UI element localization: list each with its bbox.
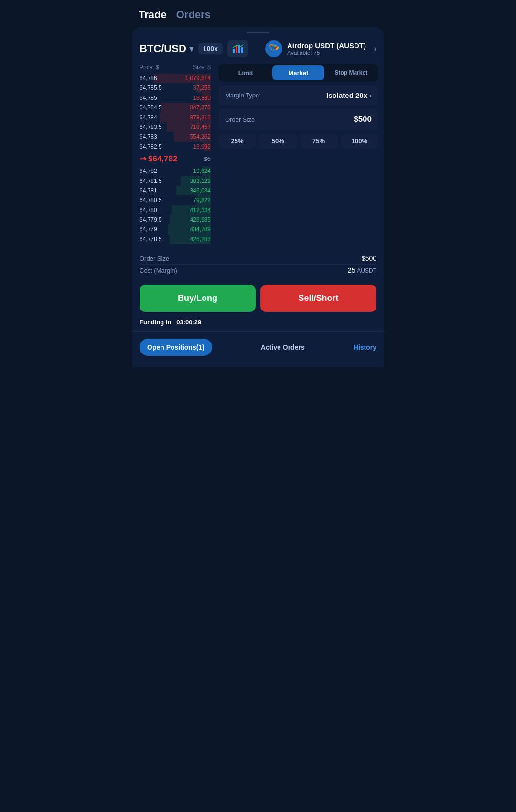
bid-row[interactable]: 64,779.5429,985 [140,215,211,224]
airdrop-arrow-icon: › [374,44,376,54]
buy-long-button[interactable]: Buy/Long [140,285,256,312]
ask-row[interactable]: 64,784.5847,373 [140,103,211,112]
bid-row[interactable]: 64,780.579,822 [140,195,211,205]
mid-price-row: ↙ $64,782 $6 [140,151,211,166]
airdrop-info: Airdrop USDT (AUSDT) Available: 75 [287,42,366,56]
airdrop-icon: 🪂 [265,40,282,57]
ob-size-col: Size, $ [193,64,211,71]
tab-stop-market[interactable]: Stop Market [325,65,377,80]
ask-row[interactable]: 64,783.5718,457 [140,122,211,132]
summary-order-size-row: Order Size $500 [140,253,376,265]
bid-row[interactable]: 64,781.5303,122 [140,176,211,186]
pair-chevron-icon: ▾ [189,43,194,54]
tab-trade[interactable]: Trade [139,9,167,21]
chart-icon-button[interactable] [227,40,248,57]
margin-type-value: Isolated 20x › [326,91,372,99]
pair-row: BTC/USD ▾ 100x 🪂 Airdrop USDT (AUSDT) Av… [132,40,384,64]
funding-timer: 03:00:29 [176,319,201,326]
ask-row[interactable]: 64,785.537,253 [140,83,211,93]
order-size-value: $500 [354,115,372,124]
mid-price-arrow-icon: ↙ [137,153,149,165]
drag-handle [132,27,384,40]
svg-rect-0 [233,49,235,53]
mid-price: ↙ $64,782 [140,154,177,164]
ask-row[interactable]: 64,7861,079,614 [140,74,211,83]
bid-row[interactable]: 64,781346,034 [140,186,211,195]
pct-100-button[interactable]: 100% [341,134,378,149]
order-type-tabs: Limit Market Stop Market [218,64,378,82]
action-buttons: Buy/Long Sell/Short [132,279,384,316]
funding-info: Funding in 03:00:29 [132,316,384,332]
margin-chevron-icon: › [369,91,372,99]
svg-rect-3 [241,47,243,53]
bottom-tabs: Open Positions(1) Active Orders History [132,332,384,363]
ask-row[interactable]: 64,782.513,992 [140,142,211,151]
bids-container: 64,78219,62464,781.5303,12264,781346,034… [140,166,211,244]
margin-type-label: Margin Type [225,92,259,99]
pct-25-button[interactable]: 25% [218,134,256,149]
ask-row[interactable]: 64,78518,830 [140,93,211,103]
mid-price-value: $64,782 [148,154,177,164]
tab-market[interactable]: Market [272,65,324,80]
mid-usd-value: $6 [204,155,211,162]
ob-price-col: Price, $ [140,64,159,71]
summary-order-size-value: $500 [362,255,376,262]
order-size-input[interactable]: Order Size $500 [218,109,378,130]
bid-row[interactable]: 64,779434,789 [140,224,211,234]
summary-order-size-label: Order Size [140,255,169,262]
content-row: Price, $ Size, $ 64,7861,079,61464,785.5… [132,64,384,249]
airdrop-section[interactable]: 🪂 Airdrop USDT (AUSDT) Available: 75 › [265,40,376,57]
pair-name-text: BTC/USD [140,43,186,55]
tab-active-orders[interactable]: Active Orders [219,343,347,351]
ask-row[interactable]: 64,784878,312 [140,113,211,122]
airdrop-title: Airdrop USDT (AUSDT) [287,42,366,50]
percent-buttons: 25% 50% 75% 100% [218,134,378,149]
main-card: BTC/USD ▾ 100x 🪂 Airdrop USDT (AUSDT) Av… [132,27,384,367]
airdrop-available: Available: 75 [287,50,366,56]
pct-75-button[interactable]: 75% [300,134,338,149]
pct-50-button[interactable]: 50% [259,134,297,149]
summary-cost-value: 25 AUSDT [348,267,376,274]
asks-container: 64,7861,079,61464,785.537,25364,78518,83… [140,74,211,151]
margin-type-selector[interactable]: Margin Type Isolated 20x › [218,85,378,105]
bid-row[interactable]: 64,780412,334 [140,205,211,215]
bid-row[interactable]: 64,778.5426,287 [140,235,211,244]
tab-limit[interactable]: Limit [220,65,271,80]
order-book: Price, $ Size, $ 64,7861,079,61464,785.5… [132,64,215,244]
tab-orders[interactable]: Orders [176,9,211,21]
summary-cost-label: Cost (Margin) [140,267,177,274]
tab-open-positions[interactable]: Open Positions(1) [140,339,212,356]
sell-short-button[interactable]: Sell/Short [260,285,376,312]
ask-row[interactable]: 64,783554,262 [140,132,211,141]
header: Trade Orders [129,0,387,27]
tab-history[interactable]: History [354,343,376,351]
svg-rect-1 [236,46,237,53]
order-summary: Order Size $500 Cost (Margin) 25 AUSDT [132,249,384,279]
summary-cost-row: Cost (Margin) 25 AUSDT [140,265,376,276]
chart-icon [232,44,244,53]
order-size-label: Order Size [225,116,255,123]
ob-header: Price, $ Size, $ [140,64,211,71]
margin-type-text: Isolated 20x [326,91,367,99]
leverage-badge[interactable]: 100x [198,43,223,54]
right-panel: Limit Market Stop Market Margin Type Iso… [215,64,384,244]
bid-row[interactable]: 64,78219,624 [140,166,211,176]
funding-label: Funding in [140,319,171,326]
pair-selector[interactable]: BTC/USD ▾ [140,43,194,55]
